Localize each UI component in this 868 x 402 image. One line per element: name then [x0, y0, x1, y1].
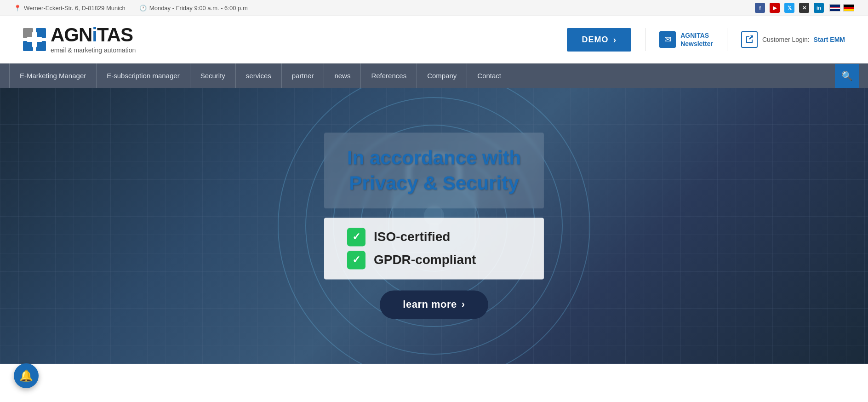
demo-label: DEMO [582, 35, 608, 45]
newsletter-text: AGNITAS Newsletter [680, 31, 713, 48]
social-icons: f ▶ 𝕏 ✕ in [755, 3, 824, 13]
youtube-icon[interactable]: ▶ [770, 3, 780, 13]
svg-rect-1 [36, 28, 46, 38]
nav-item-contact[interactable]: Contact [467, 63, 511, 88]
newsletter-icon: ✉ [659, 31, 676, 48]
address-text: Werner-Eckert-Str. 6, D-81829 Munich [24, 5, 126, 11]
twitter-icon[interactable]: 𝕏 [784, 3, 794, 13]
customer-login-area: Customer Login: Start EMM [741, 31, 845, 48]
hero-title-box: In accordance with Privacy & Security [324, 132, 544, 208]
learn-more-arrow-icon: › [462, 299, 465, 311]
logo-icon [23, 28, 46, 51]
top-bar: 📍 Werner-Eckert-Str. 6, D-81829 Munich 🕐… [0, 0, 868, 16]
check-icon-gpdr: ✓ [347, 251, 365, 270]
nav-item-e-subscription[interactable]: E-subscription manager [97, 63, 190, 88]
nav-item-e-marketing[interactable]: E-Marketing Manager [9, 63, 97, 88]
check-icon-iso: ✓ [347, 228, 365, 247]
nav-items: E-Marketing Manager E-subscription manag… [9, 63, 835, 88]
location-icon: 📍 [14, 5, 21, 11]
x-social-icon[interactable]: ✕ [799, 3, 809, 13]
logo-tagline: email & marketing automation [51, 46, 136, 54]
top-bar-right: f ▶ 𝕏 ✕ in [755, 3, 854, 13]
svg-rect-0 [23, 28, 33, 38]
logo-name: AGNiTAS [51, 25, 136, 45]
learn-more-label: learn more [403, 299, 457, 311]
newsletter-brand: AGNITAS [680, 31, 713, 40]
check-item-iso: ✓ ISO-certified [347, 228, 521, 247]
search-button[interactable]: 🔍 [835, 64, 859, 88]
external-link-icon [745, 35, 754, 44]
nav-item-news[interactable]: news [324, 63, 361, 88]
hero-section: In accordance with Privacy & Security ✓ … [0, 88, 868, 364]
nav-bar: E-Marketing Manager E-subscription manag… [0, 63, 868, 88]
logo[interactable]: AGNiTAS email & marketing automation [23, 25, 136, 54]
newsletter-button[interactable]: ✉ AGNITAS Newsletter [659, 31, 713, 48]
check-item-gpdr: ✓ GPDR-compliant [347, 251, 521, 270]
language-flags [829, 4, 854, 11]
learn-more-button[interactable]: learn more › [380, 291, 488, 319]
nav-item-security[interactable]: Security [190, 63, 236, 88]
nav-item-references[interactable]: References [361, 63, 417, 88]
customer-login-text: Customer Login: Start EMM [762, 36, 845, 43]
header: AGNiTAS email & marketing automation DEM… [0, 16, 868, 63]
hours-info: 🕐 Monday - Friday 9:00 a.m. - 6:00 p.m [139, 5, 248, 11]
demo-arrow-icon: › [613, 34, 617, 45]
svg-rect-3 [36, 41, 46, 51]
nav-item-partner[interactable]: partner [282, 63, 325, 88]
hero-content: In accordance with Privacy & Security ✓ … [324, 132, 544, 319]
flag-de[interactable] [843, 4, 854, 11]
customer-login-icon [741, 31, 758, 48]
svg-rect-5 [27, 37, 42, 42]
clock-icon: 🕐 [139, 5, 147, 11]
logo-text-area: AGNiTAS email & marketing automation [51, 25, 136, 54]
top-bar-left: 📍 Werner-Eckert-Str. 6, D-81829 Munich 🕐… [14, 5, 248, 11]
customer-login-label: Customer Login: [762, 36, 810, 43]
start-emm-link[interactable]: Start EMM [814, 36, 845, 43]
linkedin-icon[interactable]: in [814, 3, 824, 13]
header-divider-2 [727, 28, 727, 51]
check-label-iso: ISO-certified [374, 230, 450, 245]
header-right: DEMO › ✉ AGNITAS Newsletter Customer Log… [567, 28, 845, 52]
newsletter-sublabel: Newsletter [680, 40, 713, 48]
nav-item-company[interactable]: Company [417, 63, 467, 88]
hero-title: In accordance with Privacy & Security [347, 145, 521, 195]
demo-button[interactable]: DEMO › [567, 28, 631, 52]
facebook-icon[interactable]: f [755, 3, 765, 13]
flag-uk[interactable] [829, 4, 840, 11]
address-info: 📍 Werner-Eckert-Str. 6, D-81829 Munich [14, 5, 126, 11]
check-label-gpdr: GPDR-compliant [374, 253, 476, 268]
hero-title-line2: Privacy & Security [347, 171, 521, 196]
header-divider-1 [645, 28, 645, 51]
nav-item-services[interactable]: services [236, 63, 282, 88]
search-icon: 🔍 [841, 70, 853, 81]
hero-title-line1: In accordance with [347, 145, 521, 171]
svg-rect-2 [23, 41, 33, 51]
hero-checklist: ✓ ISO-certified ✓ GPDR-compliant [324, 218, 544, 280]
hours-text: Monday - Friday 9:00 a.m. - 6:00 p.m [149, 5, 248, 11]
logo-area: AGNiTAS email & marketing automation [23, 25, 136, 54]
